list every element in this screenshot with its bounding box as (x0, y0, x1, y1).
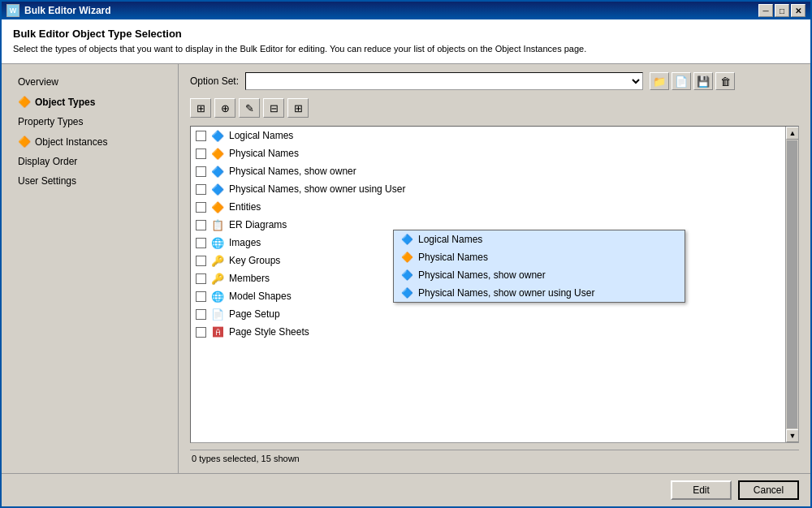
new-button[interactable]: 📄 (672, 72, 691, 90)
sidebar-item-object-instances[interactable]: 🔶 Object Instances (2, 131, 178, 152)
sidebar-item-display-order[interactable]: Display Order (2, 152, 178, 171)
checkbox-logical[interactable] (196, 131, 206, 141)
physical-owner-user-icon: 🔷 (211, 183, 224, 196)
members-label: Members (229, 273, 270, 284)
option-set-buttons: 📁 📄 💾 🗑 (650, 72, 735, 90)
option-set-label: Option Set: (190, 75, 239, 87)
sidebar: Overview 🔶 Object Types Property Types 🔶… (2, 64, 179, 473)
physical-icon: 🔶 (211, 147, 224, 160)
dropdown-physical-label: Physical Names (418, 252, 488, 263)
scrollbar-thumb[interactable] (787, 140, 797, 428)
sidebar-label-object-types: Object Types (35, 97, 95, 108)
main-panel: Option Set: 📁 📄 💾 🗑 ⊞ ⊕ ✎ ⊟ ⊞ (179, 64, 810, 473)
sidebar-item-overview[interactable]: Overview (2, 72, 178, 92)
sidebar-item-object-types[interactable]: 🔶 Object Types (2, 92, 178, 112)
dropdown-physical-owner-icon: 🔷 (400, 269, 413, 282)
dropdown-physical-owner-user-icon: 🔷 (400, 286, 413, 299)
scroll-up-arrow[interactable]: ▲ (786, 127, 799, 140)
option-set-select[interactable] (245, 72, 643, 90)
sidebar-label-user-settings: User Settings (18, 175, 76, 187)
list-item[interactable]: 🔷 Physical Names, show owner using User (191, 180, 785, 198)
checkbox-page-style-sheets[interactable] (196, 327, 206, 338)
checkbox-er-diagrams[interactable] (196, 220, 206, 230)
delete-button[interactable]: 🗑 (715, 72, 735, 90)
er-diagrams-icon: 📋 (211, 218, 224, 231)
scrollbar[interactable]: ▲ ▼ (785, 127, 798, 442)
main-window: W Bulk Editor Wizard ─ □ ✕ Bulk Editor O… (0, 0, 812, 508)
status-text: 0 types selected, 15 shown (192, 454, 300, 463)
dropdown-physical-owner-user-label: Physical Names, show owner using User (418, 287, 594, 299)
folder-button[interactable]: 📁 (650, 72, 669, 90)
checkbox-images[interactable] (196, 238, 206, 248)
page-description: Select the types of objects that you wan… (13, 43, 799, 55)
select-all-button[interactable]: ⊞ (190, 98, 211, 118)
list-item[interactable]: 🔶 Physical Names (191, 144, 785, 162)
sidebar-item-property-types[interactable]: Property Types (2, 112, 178, 131)
key-groups-icon: 🔑 (211, 254, 224, 267)
toolbar-row: ⊞ ⊕ ✎ ⊟ ⊞ (190, 97, 799, 119)
dropdown-item-physical-owner-user[interactable]: 🔷 Physical Names, show owner using User (394, 284, 685, 302)
physical-owner-icon: 🔷 (211, 165, 224, 178)
checkbox-physical[interactable] (196, 149, 206, 159)
checkbox-key-groups[interactable] (196, 256, 206, 266)
object-instances-icon: 🔶 (18, 136, 31, 148)
checkbox-model-shapes[interactable] (196, 291, 206, 302)
physical-owner-user-label: Physical Names, show owner using User (229, 183, 405, 195)
sidebar-label-property-types: Property Types (18, 116, 83, 127)
header-section: Bulk Editor Object Type Selection Select… (2, 19, 810, 64)
list-item[interactable]: 🔷 Logical Names (191, 127, 785, 144)
minimize-button[interactable]: ─ (758, 4, 773, 17)
list-item[interactable]: 🔶 Entities (191, 198, 785, 216)
checkbox-page-setup[interactable] (196, 309, 206, 320)
close-button[interactable]: ✕ (791, 4, 806, 17)
sidebar-item-user-settings[interactable]: User Settings (2, 171, 178, 191)
list-item[interactable]: 🔷 Physical Names, show owner (191, 162, 785, 180)
status-bar: 0 types selected, 15 shown (190, 450, 799, 465)
save-button[interactable]: 💾 (693, 72, 713, 90)
footer-buttons: Edit Cancel (2, 473, 810, 506)
window-title: Bulk Editor Wizard (24, 5, 111, 16)
checkbox-members[interactable] (196, 273, 206, 284)
list-item[interactable]: 📄 Page Setup (191, 305, 785, 323)
page-style-sheets-icon: 🅰 (211, 325, 224, 338)
sidebar-label-object-instances: Object Instances (35, 136, 107, 148)
physical-owner-label: Physical Names, show owner (229, 166, 356, 177)
edit-button[interactable]: ✎ (239, 98, 260, 118)
title-bar-controls: ─ □ ✕ (758, 4, 806, 17)
checkbox-physical-owner[interactable] (196, 166, 206, 177)
dropdown-item-physical-owner[interactable]: 🔷 Physical Names, show owner (394, 266, 685, 284)
logical-icon: 🔷 (211, 129, 224, 142)
sidebar-label-display-order: Display Order (18, 156, 77, 167)
page-setup-label: Page Setup (229, 308, 280, 320)
model-shapes-label: Model Shapes (229, 291, 292, 302)
cancel-footer-button[interactable]: Cancel (738, 480, 799, 500)
entities-label: Entities (229, 201, 261, 213)
list-item[interactable]: 🅰 Page Style Sheets (191, 323, 785, 341)
dropdown-popup: 🔷 Logical Names 🔶 Physical Names 🔷 Physi… (393, 230, 685, 303)
images-icon: 🌐 (211, 236, 224, 249)
edit-footer-button[interactable]: Edit (671, 480, 732, 500)
scroll-down-arrow[interactable]: ▼ (786, 429, 799, 442)
logical-label: Logical Names (229, 130, 293, 141)
page-setup-icon: 📄 (211, 308, 224, 321)
dropdown-logical-label: Logical Names (418, 234, 482, 245)
content-area: Overview 🔶 Object Types Property Types 🔶… (2, 64, 810, 473)
expand-button[interactable]: ⊕ (214, 98, 235, 118)
physical-label: Physical Names (229, 148, 299, 159)
er-diagrams-label: ER Diagrams (229, 219, 287, 230)
app-icon: W (6, 4, 19, 17)
checkbox-physical-owner-user[interactable] (196, 184, 206, 195)
dropdown-physical-owner-label: Physical Names, show owner (418, 269, 546, 281)
sidebar-label-overview: Overview (18, 76, 58, 88)
collapse-button[interactable]: ⊟ (263, 98, 284, 118)
dropdown-item-logical[interactable]: 🔷 Logical Names (394, 230, 685, 248)
checkbox-entities[interactable] (196, 202, 206, 213)
object-types-icon: 🔶 (18, 96, 31, 108)
options-button[interactable]: ⊞ (287, 98, 309, 118)
entities-icon: 🔶 (211, 200, 224, 213)
option-set-row: Option Set: 📁 📄 💾 🗑 (190, 72, 799, 90)
maximize-button[interactable]: □ (775, 4, 789, 17)
page-title: Bulk Editor Object Type Selection (13, 28, 799, 40)
dropdown-item-physical[interactable]: 🔶 Physical Names (394, 248, 685, 266)
dropdown-physical-icon: 🔶 (400, 251, 413, 264)
